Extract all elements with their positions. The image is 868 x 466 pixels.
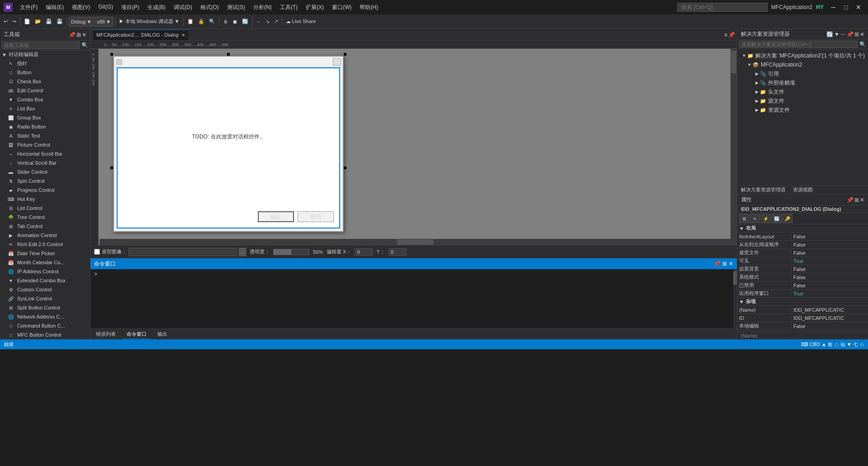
menu-build[interactable]: 生成(B) bbox=[144, 3, 169, 12]
tool-progress[interactable]: ▰ Progress Control bbox=[0, 185, 90, 195]
prop-row-rtl[interactable]: 从右到左阅读顺序 False bbox=[737, 241, 868, 249]
expand-icon[interactable]: ⊞ bbox=[76, 32, 81, 38]
se-tab-resource[interactable]: 资源视图 bbox=[789, 185, 816, 194]
prototype-checkbox[interactable] bbox=[94, 249, 100, 255]
tool-spin[interactable]: ⇅ Spin Control bbox=[0, 176, 90, 185]
output-close-icon[interactable]: ✕ bbox=[729, 261, 733, 267]
tool-mfc-button[interactable]: □ MFC Button Control bbox=[0, 330, 90, 339]
tree-item-references[interactable]: ▶ 📎 引用 bbox=[737, 69, 868, 78]
restart-btn[interactable]: 🔄 bbox=[240, 16, 250, 27]
menu-tools[interactable]: 工具(T) bbox=[276, 3, 301, 12]
tool-richedit[interactable]: ✏ Rich Edit 2.0 Control bbox=[0, 240, 90, 249]
toolbox-section-header[interactable]: ▼ 对话框编辑器 bbox=[0, 50, 90, 59]
prop-row-localedit[interactable]: 本地编辑 False bbox=[737, 322, 868, 330]
tree-item-headers[interactable]: ▶ 📁 头文件 bbox=[737, 87, 868, 96]
se-close-icon[interactable]: ✕ bbox=[860, 31, 864, 38]
prop-section-layout[interactable]: ▼ 布局 bbox=[737, 224, 868, 233]
dialog-close-btn[interactable]: ✕ bbox=[333, 58, 341, 66]
tool-checkbox[interactable]: ☑ Check Box bbox=[0, 77, 90, 86]
toolbar-extra-3[interactable]: 🔍 bbox=[207, 16, 217, 27]
prop-icon-grid[interactable]: ⊞ bbox=[739, 214, 749, 223]
tool-vscrollbar[interactable]: ↕ Vertical Scroll Bar bbox=[0, 158, 90, 167]
menu-view[interactable]: 视图(V) bbox=[68, 3, 94, 12]
redo-btn[interactable]: ↪ bbox=[10, 16, 18, 27]
menu-file[interactable]: 文件(F) bbox=[16, 3, 41, 12]
prop-row-disabled[interactable]: 已禁用 False bbox=[737, 281, 868, 290]
menu-analyze[interactable]: 分析(N) bbox=[250, 3, 275, 12]
prop-close-icon[interactable]: ✕ bbox=[860, 197, 864, 203]
tool-slider[interactable]: ▬ Slider Control bbox=[0, 167, 90, 176]
maximize-button[interactable]: □ bbox=[840, 2, 852, 12]
se-tab-solution[interactable]: 解决方案资源管理器 bbox=[737, 185, 789, 194]
prop-icon-list[interactable]: ≡ bbox=[750, 214, 760, 223]
tree-item-resources[interactable]: ▶ 📁 资源文件 bbox=[737, 105, 868, 114]
tab-pin-icon[interactable]: 📌 bbox=[728, 32, 735, 38]
dialog-ok-button[interactable]: 确定 bbox=[258, 211, 294, 222]
tool-network-addr[interactable]: 🌐 Network Address C... bbox=[0, 312, 90, 321]
menu-help[interactable]: 帮助(H) bbox=[356, 3, 382, 12]
tool-command-btn[interactable]: □ Command Button C... bbox=[0, 321, 90, 330]
prop-icon-key[interactable]: 🔑 bbox=[783, 214, 792, 223]
tab-close-icon[interactable]: ✕ bbox=[181, 33, 185, 38]
browse-btn[interactable]: ... bbox=[239, 248, 246, 256]
pause-btn[interactable]: ⏸ bbox=[221, 16, 230, 27]
menu-debug[interactable]: 调试(D) bbox=[170, 3, 196, 12]
tree-item-solution[interactable]: ▼ 📁 解决方案 'MFCApplication2'(1 个项目/共 1 个) bbox=[737, 51, 868, 60]
step-over-btn[interactable]: → bbox=[254, 16, 263, 27]
tool-button[interactable]: □ Button bbox=[0, 68, 90, 77]
tool-animation[interactable]: ▶ Animation Control bbox=[0, 231, 90, 240]
dialog-canvas[interactable]: ✕ TODO: 在此放置对话框控件。 确定 取消 bbox=[100, 49, 737, 245]
toolbar-extra-1[interactable]: 📋 bbox=[185, 16, 195, 27]
prop-expand-icon[interactable]: ⊞ bbox=[854, 197, 859, 203]
tab-output[interactable]: 输出 bbox=[154, 330, 171, 338]
prop-row-setbg[interactable]: 设置背景 False bbox=[737, 265, 868, 273]
tool-radio-button[interactable]: ◉ Radio Button bbox=[0, 122, 90, 131]
menu-test[interactable]: 测试(S) bbox=[223, 3, 249, 12]
dialog-cancel-button[interactable]: 取消 bbox=[298, 211, 334, 222]
tool-group-box[interactable]: ⬜ Group Box bbox=[0, 113, 90, 122]
tool-tab-control[interactable]: ⊞ Tab Control bbox=[0, 222, 90, 231]
output-pin-icon[interactable]: 📌 bbox=[714, 261, 721, 267]
tree-item-project[interactable]: ▼ 📦 MFCApplication2 bbox=[737, 60, 868, 69]
global-search[interactable] bbox=[677, 3, 768, 12]
prop-pin-icon[interactable]: 📌 bbox=[847, 197, 854, 203]
tool-tree-control[interactable]: 🌳 Tree Control bbox=[0, 213, 90, 222]
output-expand-icon[interactable]: ⊞ bbox=[722, 261, 727, 267]
se-filter-icon[interactable]: ▼ bbox=[834, 31, 840, 38]
menu-extend[interactable]: 扩展(X) bbox=[302, 3, 327, 12]
tool-custom[interactable]: ⚙ Custom Control bbox=[0, 285, 90, 294]
tab-command-window[interactable]: 命令窗口 bbox=[123, 330, 150, 339]
tool-list-box[interactable]: ≡ List Box bbox=[0, 104, 90, 113]
step-into-btn[interactable]: ↘ bbox=[264, 16, 271, 27]
arch-dropdown[interactable]: x86 ▼ bbox=[95, 17, 113, 27]
prop-section-misc[interactable]: ▼ 杂项 bbox=[737, 298, 868, 306]
open-btn[interactable]: 📂 bbox=[33, 16, 43, 27]
tool-extcombobox[interactable]: ▼ Extended Combo Box bbox=[0, 276, 90, 285]
minimize-button[interactable]: ─ bbox=[827, 2, 839, 12]
prop-row-acceptfiles[interactable]: 接受文件 False bbox=[737, 249, 868, 257]
tool-static-text[interactable]: A Static Text bbox=[0, 131, 90, 140]
output-scrollbar[interactable] bbox=[733, 269, 737, 328]
tool-picture-control[interactable]: 🖼 Picture Control bbox=[0, 140, 90, 149]
tool-combo-box[interactable]: ▼ Combo Box bbox=[0, 95, 90, 104]
tool-list-control[interactable]: ☰ List Control bbox=[0, 204, 90, 213]
tool-hscrollbar[interactable]: ↔ Horizontal Scroll Bar bbox=[0, 149, 90, 158]
tool-datetime[interactable]: 📅 Date Time Picker bbox=[0, 249, 90, 258]
toolbox-search-input[interactable] bbox=[2, 42, 80, 49]
toolbar-extra-2[interactable]: 🔒 bbox=[196, 16, 206, 27]
menu-project[interactable]: 项目(P) bbox=[118, 3, 143, 12]
menu-format[interactable]: 格式(O) bbox=[197, 3, 223, 12]
menu-window[interactable]: 窗口(W) bbox=[328, 3, 355, 12]
tab-settings-icon[interactable]: ≡ bbox=[724, 32, 727, 38]
prop-row-id[interactable]: ID IDD_MFCAPPLICATIC bbox=[737, 314, 868, 322]
prop-row-appwnd[interactable]: 应用程序窗口 True bbox=[737, 290, 868, 298]
editor-tab[interactable]: MFCApplication2.... DIALOG - Dialog ✕ bbox=[92, 29, 189, 40]
tool-edit-control[interactable]: ab Edit Control bbox=[0, 86, 90, 95]
tool-ipaddress[interactable]: 🌐 IP Address Control bbox=[0, 267, 90, 276]
prop-row-name[interactable]: (Name) IDD_MFCAPPLICATIC bbox=[737, 306, 868, 314]
menu-git[interactable]: Git(G) bbox=[95, 3, 117, 12]
undo-btn[interactable]: ↩ bbox=[2, 16, 9, 27]
tab-error-list[interactable]: 错误列表 bbox=[92, 330, 119, 338]
tool-syslink[interactable]: 🔗 SysLink Control bbox=[0, 294, 90, 303]
prop-row-visible[interactable]: 可见 True bbox=[737, 257, 868, 265]
